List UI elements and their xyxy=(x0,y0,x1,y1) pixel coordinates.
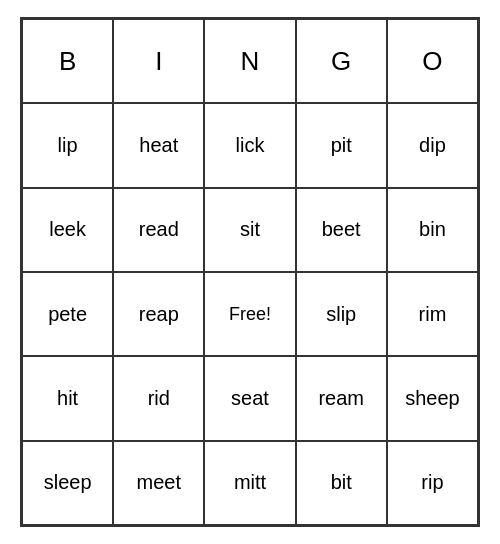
cell-3-2: reap xyxy=(113,272,204,356)
cell-3-5: rim xyxy=(387,272,478,356)
cell-2-3: sit xyxy=(204,188,295,272)
cell-2-1: leek xyxy=(22,188,113,272)
bingo-row-1: lip heat lick pit dip xyxy=(22,103,478,187)
cell-2-4: beet xyxy=(296,188,387,272)
header-n: N xyxy=(204,19,295,103)
bingo-row-4: hit rid seat ream sheep xyxy=(22,356,478,440)
cell-4-2: rid xyxy=(113,356,204,440)
cell-2-5: bin xyxy=(387,188,478,272)
cell-1-5: dip xyxy=(387,103,478,187)
cell-5-3: mitt xyxy=(204,441,295,525)
cell-3-4: slip xyxy=(296,272,387,356)
bingo-card: B I N G O lip heat lick pit dip leek rea… xyxy=(20,17,480,527)
cell-5-2: meet xyxy=(113,441,204,525)
cell-4-1: hit xyxy=(22,356,113,440)
header-i: I xyxy=(113,19,204,103)
cell-1-4: pit xyxy=(296,103,387,187)
bingo-row-2: leek read sit beet bin xyxy=(22,188,478,272)
bingo-row-3: pete reap Free! slip rim xyxy=(22,272,478,356)
cell-1-2: heat xyxy=(113,103,204,187)
cell-4-3: seat xyxy=(204,356,295,440)
cell-1-3: lick xyxy=(204,103,295,187)
header-b: B xyxy=(22,19,113,103)
cell-5-5: rip xyxy=(387,441,478,525)
cell-1-1: lip xyxy=(22,103,113,187)
cell-3-1: pete xyxy=(22,272,113,356)
cell-5-1: sleep xyxy=(22,441,113,525)
cell-5-4: bit xyxy=(296,441,387,525)
header-o: O xyxy=(387,19,478,103)
cell-4-5: sheep xyxy=(387,356,478,440)
cell-4-4: ream xyxy=(296,356,387,440)
cell-3-3-free: Free! xyxy=(204,272,295,356)
cell-2-2: read xyxy=(113,188,204,272)
bingo-header-row: B I N G O xyxy=(22,19,478,103)
header-g: G xyxy=(296,19,387,103)
bingo-row-5: sleep meet mitt bit rip xyxy=(22,441,478,525)
